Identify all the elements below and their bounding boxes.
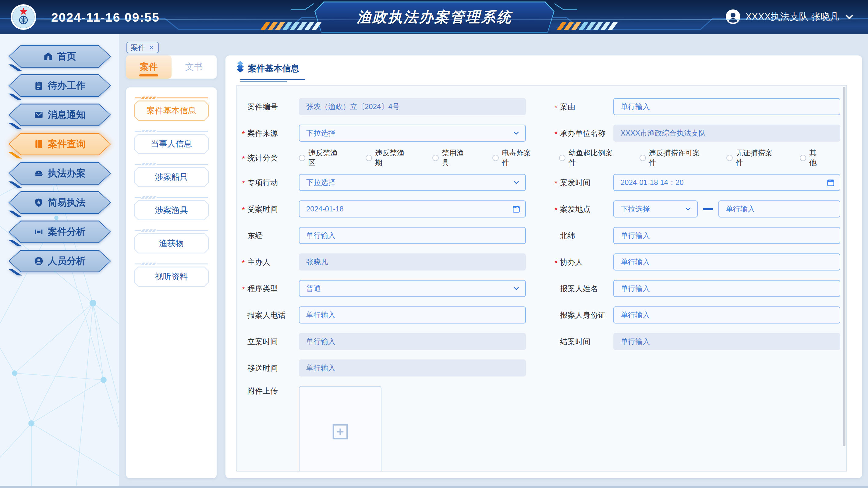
- open-tab-chip[interactable]: 案件: [126, 42, 159, 53]
- field-label-procedure-type: 程序类型: [247, 284, 299, 294]
- mail-icon: [34, 110, 43, 120]
- field-label-case-source: 案件来源: [247, 128, 299, 138]
- field-incident-time[interactable]: 2024-01-18 14：20: [613, 174, 840, 191]
- radio-option-stat-category-3[interactable]: 电毒炸案件: [492, 148, 535, 167]
- case-basic-info-form: 案件编号张农（渔政）立〔2024〕4号案由单行输入案件来源下拉选择承办单位名称X…: [237, 85, 847, 471]
- radio-option-stat-category-5[interactable]: 违反捕捞许可案件: [640, 148, 702, 167]
- sidebar-menu: 首页待办工作消息通知案件查询执法办案简易执法案件分析人员分析: [8, 45, 111, 279]
- radio-circle-icon: [800, 155, 806, 161]
- radio-option-stat-category-0[interactable]: 违反禁渔区: [299, 148, 341, 167]
- header-datetime: 2024-11-16 09:55: [51, 10, 160, 25]
- sidebar-item-todo-work[interactable]: 待办工作: [8, 74, 111, 97]
- sidebar-item-label: 案件分析: [48, 225, 86, 238]
- subnav-item-decoration: [135, 130, 208, 132]
- page-bottom-strip: [0, 486, 868, 488]
- field-east-longitude[interactable]: 单行输入: [299, 227, 526, 244]
- field-case-source[interactable]: 下拉选择: [299, 125, 526, 142]
- form-row-reporter-phone: 报案人电话单行输入报案人身份证单行输入: [247, 306, 846, 324]
- field-acceptance-time[interactable]: 2024-01-18: [299, 201, 526, 217]
- field-chief-handler: 张晓凡: [299, 253, 526, 271]
- user-avatar-icon: [725, 9, 741, 24]
- clipboard-icon: [34, 81, 43, 90]
- sidebar-item-label: 执法办案: [48, 167, 86, 180]
- radio-option-label: 违反禁渔期: [375, 148, 408, 167]
- subnav-item-involved-fishing-gear[interactable]: 涉案渔具: [134, 196, 209, 220]
- field-special-action[interactable]: 下拉选择: [299, 174, 526, 191]
- sidebar-item-home[interactable]: 首页: [8, 45, 111, 68]
- section-header: 案件基本信息: [236, 61, 299, 74]
- field-incident-location-select[interactable]: 下拉选择: [613, 201, 698, 217]
- sidebar-item-case-search[interactable]: 案件查询: [8, 133, 111, 155]
- user-name-label: XXXX执法支队 张晓凡: [746, 10, 839, 23]
- subnav-item-audio-visual-material[interactable]: 视听资料: [134, 263, 209, 287]
- app-title-banner: 渔政执法办案管理系统: [314, 2, 555, 33]
- subnav-item-catch[interactable]: 渔获物: [134, 230, 209, 253]
- subnav-item-label: 涉案船只: [155, 172, 188, 182]
- diamond-stack-icon: [236, 61, 244, 74]
- radio-circle-icon: [492, 155, 499, 161]
- user-menu[interactable]: XXXX执法支队 张晓凡: [725, 9, 855, 24]
- radio-option-stat-category-6[interactable]: 无证捕捞案件: [726, 148, 775, 167]
- sidebar-item-case-analysis[interactable]: 案件分析: [8, 220, 111, 243]
- subnav-item-label: 渔获物: [159, 238, 184, 249]
- tab-document[interactable]: 文书: [172, 56, 217, 79]
- app: 2024-11-16 09:55 渔政执法办案管理系统 XXXX执法支队 张晓凡: [0, 0, 868, 488]
- attachment-upload-dropzone[interactable]: [299, 386, 381, 471]
- sidebar-item-personnel-analysis[interactable]: 人员分析: [8, 250, 111, 272]
- field-reporter-phone[interactable]: 单行输入: [299, 306, 526, 324]
- form-row-east-longitude: 东经单行输入北纬单行输入: [247, 227, 846, 244]
- form-row-acceptance-time: 受案时间2024-01-18案发地点下拉选择单行输入: [247, 201, 846, 217]
- sidebar-item-simple-enforcement[interactable]: 简易执法: [8, 191, 111, 214]
- book-icon: [34, 139, 43, 149]
- subnav-item-party-info[interactable]: 当事人信息: [134, 130, 209, 154]
- tab-case[interactable]: 案件: [126, 56, 172, 79]
- field-co-handler[interactable]: 单行输入: [613, 253, 840, 271]
- app-header: 2024-11-16 09:55 渔政执法办案管理系统 XXXX执法支队 张晓凡: [0, 0, 868, 34]
- form-row-attachment-upload: 附件上传: [247, 386, 846, 403]
- form-row-case-number: 案件编号张农（渔政）立〔2024〕4号案由单行输入: [247, 98, 846, 115]
- field-label-chief-handler: 主办人: [247, 257, 299, 267]
- radio-option-label: 其他: [809, 148, 822, 167]
- active-tab-underline: [139, 74, 158, 77]
- field-north-latitude[interactable]: 单行输入: [613, 227, 840, 244]
- sidebar-item-notifications[interactable]: 消息通知: [8, 103, 111, 126]
- form-scrollbar[interactable]: [843, 87, 845, 446]
- field-incident-location-detail-input[interactable]: 单行输入: [718, 201, 840, 217]
- sidebar-item-law-enforcement-case[interactable]: 执法办案: [8, 162, 111, 185]
- sidebar-item-label: 待办工作: [48, 79, 86, 92]
- field-handling-unit-name: XXXX市渔政综合执法支队: [613, 125, 840, 142]
- radio-option-stat-category-4[interactable]: 幼鱼超比例案件: [559, 148, 615, 167]
- field-label-stat-category: 统计分类: [247, 153, 299, 163]
- chevron-down-icon: [512, 129, 520, 138]
- subnav-item-decoration: [135, 163, 208, 165]
- radio-option-label: 电毒炸案件: [502, 148, 535, 167]
- app-title: 渔政执法办案管理系统: [357, 8, 512, 27]
- radio-circle-icon: [432, 155, 439, 161]
- radio-option-stat-category-7[interactable]: 其他: [800, 148, 822, 167]
- subnav-item-case-basic-info[interactable]: 案件基本信息: [134, 97, 209, 121]
- form-row-procedure-type: 程序类型普通报案人姓名单行输入: [247, 280, 846, 297]
- close-icon[interactable]: [148, 44, 154, 51]
- radio-circle-icon: [726, 155, 733, 161]
- subnav-item-involved-vessel[interactable]: 涉案船只: [134, 163, 209, 187]
- radio-option-stat-category-1[interactable]: 违反禁渔期: [366, 148, 408, 167]
- field-cause-of-case[interactable]: 单行输入: [613, 98, 840, 115]
- case-section-subnav: 案件基本信息当事人信息涉案船只涉案渔具渔获物视听资料: [126, 87, 217, 478]
- range-dash: [703, 208, 713, 210]
- police-cap-icon: [34, 169, 43, 178]
- field-reporter-id-card[interactable]: 单行输入: [613, 306, 840, 324]
- form-row-special-action: 专项行动下拉选择案发时间2024-01-18 14：20: [247, 174, 846, 191]
- field-label-north-latitude: 北纬: [560, 231, 613, 241]
- field-procedure-type[interactable]: 普通: [299, 280, 526, 297]
- field-reporter-name[interactable]: 单行输入: [613, 280, 840, 297]
- form-row-transfer-time: 移送时间单行输入: [247, 360, 846, 376]
- sidebar-item-label: 消息通知: [48, 109, 86, 121]
- person-icon: [34, 256, 43, 266]
- field-label-transfer-time: 移送时间: [247, 363, 299, 373]
- field-label-east-longitude: 东经: [247, 231, 299, 241]
- radio-option-stat-category-2[interactable]: 禁用渔具: [432, 148, 468, 167]
- chevron-down-icon: [512, 179, 520, 187]
- radio-circle-icon: [640, 155, 646, 161]
- field-case-number: 张农（渔政）立〔2024〕4号: [299, 98, 526, 115]
- form-row-stat-category: 统计分类违反禁渔区违反禁渔期禁用渔具电毒炸案件幼鱼超比例案件违反捕捞许可案件无证…: [247, 151, 846, 164]
